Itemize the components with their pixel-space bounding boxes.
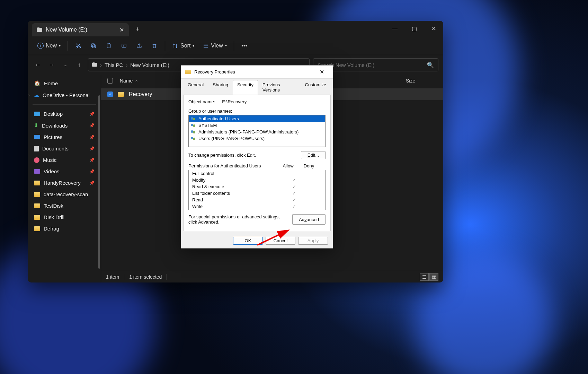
pin-icon: 📌	[89, 181, 95, 185]
perm-label: ermissions for Authenticated Users	[191, 163, 261, 168]
sidebar-item[interactable]: data-recovery-scan	[30, 189, 99, 200]
allow-cell: ✓	[284, 197, 304, 202]
new-button[interactable]: + New ▾	[34, 40, 64, 52]
allow-cell: ✓	[284, 191, 304, 196]
dialog-tab[interactable]: Previous Versions	[258, 80, 301, 95]
back-button[interactable]: ←	[33, 60, 43, 70]
column-size[interactable]: Size	[406, 78, 437, 84]
pin-icon: 📌	[89, 135, 95, 140]
dialog-tab[interactable]: Security	[233, 80, 258, 95]
drive-icon	[37, 28, 42, 32]
user-name: Authenticated Users	[198, 116, 239, 121]
user-row[interactable]: SYSTEM	[189, 122, 325, 129]
sidebar-item-label: TestDisk	[44, 203, 63, 209]
sidebar-item[interactable]: DIsk Drill	[30, 211, 99, 223]
sidebar-onedrive[interactable]: › ☁ OneDrive - Personal	[30, 89, 99, 101]
user-name: SYSTEM	[198, 123, 217, 128]
dialog-tab[interactable]: Sharing	[208, 80, 233, 95]
pin-icon: 📌	[89, 158, 95, 163]
sidebar-item[interactable]: Videos📌	[30, 166, 99, 177]
cancel-button[interactable]: Cancel	[266, 237, 295, 245]
permission-row: Read & execute✓	[189, 183, 325, 190]
ok-button[interactable]: OK	[233, 237, 263, 245]
sort-label: Sort	[180, 43, 190, 49]
share-icon	[136, 43, 142, 49]
details-view-button[interactable]: ☰	[420, 273, 429, 281]
up-button[interactable]: ↑	[74, 60, 84, 70]
allow-header: Allow	[278, 163, 299, 168]
window-tab[interactable]: New Volume (E:) ✕	[32, 23, 129, 36]
dialog-tab[interactable]: General	[183, 80, 208, 95]
sidebar-item[interactable]: Documents📌	[30, 143, 99, 154]
more-button[interactable]: •••	[238, 40, 251, 52]
scissors-icon	[75, 43, 81, 49]
sidebar-home[interactable]: 🏠 Home	[30, 77, 99, 89]
sidebar-item[interactable]: Music📌	[30, 154, 99, 166]
close-button[interactable]: ✕	[424, 21, 443, 36]
paste-button[interactable]	[102, 40, 116, 52]
row-checkbox[interactable]: ✓	[107, 92, 113, 97]
dialog-tab[interactable]: Customize	[301, 80, 331, 95]
item-count: 1 item	[106, 274, 119, 280]
copy-button[interactable]	[87, 40, 100, 52]
sidebar-item[interactable]: ⬇Downloads📌	[30, 120, 99, 131]
edit-button[interactable]: Edit...	[301, 151, 326, 159]
drive-icon	[92, 63, 97, 67]
cut-button[interactable]	[71, 40, 85, 52]
new-tab-button[interactable]: ＋	[132, 23, 143, 35]
dialog-titlebar: Recovery Properties ✕	[181, 66, 333, 79]
sidebar-label: OneDrive - Personal	[43, 92, 90, 98]
rename-button[interactable]	[117, 40, 131, 52]
window-controls: — ▢ ✕	[385, 21, 443, 36]
home-icon: 🏠	[34, 80, 41, 86]
sidebar-scrollbar[interactable]	[98, 95, 100, 269]
forward-button[interactable]: →	[46, 60, 57, 70]
user-row[interactable]: Authenticated Users	[189, 115, 325, 122]
search-input[interactable]	[318, 62, 427, 68]
user-row[interactable]: Users (PING-PANG-POW\Users)	[189, 135, 325, 142]
tab-title: New Volume (E:)	[46, 27, 87, 33]
dialog-close-button[interactable]: ✕	[315, 67, 329, 77]
sidebar-item-label: DIsk Drill	[44, 214, 64, 220]
icons-view-button[interactable]: ▦	[429, 273, 438, 281]
svg-rect-3	[91, 44, 95, 47]
apply-button[interactable]: Apply	[298, 237, 328, 245]
plus-icon: +	[37, 43, 44, 49]
select-all-checkbox[interactable]	[107, 78, 113, 84]
sidebar-item[interactable]: TestDisk	[30, 200, 99, 211]
delete-button[interactable]	[148, 40, 161, 52]
view-button[interactable]: View ▾	[199, 40, 230, 52]
allow-cell: ✓	[284, 184, 304, 189]
recent-chevron-icon[interactable]: ⌄	[60, 60, 71, 70]
tab-close-icon[interactable]: ✕	[119, 27, 124, 33]
sidebar-item[interactable]: Pictures📌	[30, 131, 99, 143]
toolbar: + New ▾ Sort ▾ View ▾ •••	[28, 36, 443, 55]
column-name[interactable]: Name ʌ	[120, 78, 172, 84]
chevron-down-icon: ▾	[59, 44, 61, 47]
chevron-right-icon: ›	[100, 62, 102, 68]
file-name: Recovery	[129, 91, 152, 97]
sidebar-item[interactable]: HandyRecovery📌	[30, 177, 99, 189]
sidebar-item-label: Documents	[42, 146, 69, 151]
status-bar: 1 item 1 item selected ☰ ▦	[101, 271, 443, 282]
sort-icon	[172, 43, 178, 49]
advanced-button[interactable]: Advanced	[292, 214, 326, 225]
minimize-button[interactable]: —	[385, 21, 404, 36]
maximize-button[interactable]: ▢	[404, 21, 424, 36]
users-icon	[191, 130, 196, 134]
object-name-label: Object name:	[188, 99, 215, 104]
edit-hint: To change permissions, click Edit.	[188, 153, 301, 158]
permission-list[interactable]: Full controlModify✓Read & execute✓List f…	[189, 170, 325, 210]
user-row[interactable]: Administrators (PING-PANG-POW\Administra…	[189, 129, 325, 135]
crumb[interactable]: This PC	[105, 62, 123, 68]
user-list[interactable]: Authenticated UsersSYSTEMAdministrators …	[188, 115, 326, 147]
deny-header: Deny	[299, 163, 319, 168]
sort-button[interactable]: Sort ▾	[169, 40, 198, 52]
crumb[interactable]: New Volume (E:)	[130, 62, 169, 68]
sidebar-item[interactable]: Defrag	[30, 223, 99, 234]
permission-name: Write	[192, 204, 284, 209]
sidebar-item[interactable]: Desktop📌	[30, 108, 99, 120]
share-button[interactable]	[132, 40, 146, 52]
permission-name: Modify	[192, 177, 284, 183]
chevron-right-icon[interactable]: ›	[28, 93, 30, 97]
